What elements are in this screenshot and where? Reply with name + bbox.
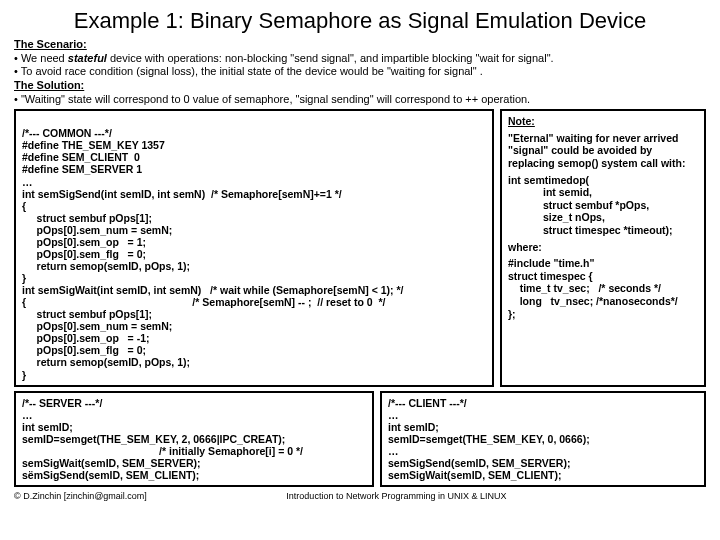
bottom-row: /*-- SERVER ---*/ … int semID; semID=sem… [14, 391, 706, 487]
note-box: Note: "Eternal" waiting for never arrive… [500, 109, 706, 386]
scenario-line-2: • To avoid race condition (signal loss),… [14, 65, 706, 78]
note-paragraph: "Eternal" waiting for never arrived "sig… [508, 132, 685, 169]
intro-block: The Scenario: • We need stateful device … [14, 38, 706, 105]
common-code: /*--- COMMON ---*/ #define THE_SEM_KEY 1… [22, 127, 342, 284]
wait-code: int semSigWait(int semID, int semN) /* w… [22, 284, 403, 380]
footer: © D.Zinchin [zinchin@gmail.com] Introduc… [14, 491, 706, 501]
note-where: where: [508, 241, 542, 253]
common-code-box: /*--- COMMON ---*/ #define THE_SEM_KEY 1… [14, 109, 494, 386]
scenario-header: The Scenario: [14, 38, 706, 51]
server-code-box: /*-- SERVER ---*/ … int semID; semID=sem… [14, 391, 374, 487]
note-header: Note: [508, 115, 535, 127]
client-code-box: /*--- CLIENT ---*/ … int semID; semID=se… [380, 391, 706, 487]
solution-line-1: • "Waiting" state will correspond to 0 v… [14, 93, 706, 106]
footer-copyright: © D.Zinchin [zinchin@gmail.com] [14, 491, 147, 501]
note-code-1: int semtimedop( int semid, struct sembuf… [508, 174, 673, 236]
scenario-line-1: • We need stateful device with operation… [14, 52, 706, 65]
solution-header: The Solution: [14, 79, 706, 92]
page-title: Example 1: Binary Semaphore as Signal Em… [14, 8, 706, 34]
note-code-2: #include "time.h" struct timespec { time… [508, 257, 678, 319]
top-row: /*--- COMMON ---*/ #define THE_SEM_KEY 1… [14, 109, 706, 386]
footer-title: Introduction to Network Programming in U… [147, 491, 646, 501]
